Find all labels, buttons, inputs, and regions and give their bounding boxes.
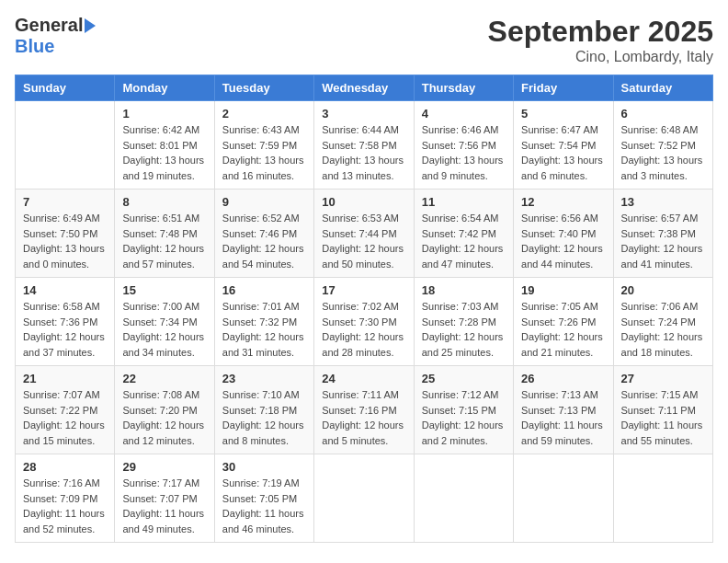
calendar-cell: 21Sunrise: 7:07 AM Sunset: 7:22 PM Dayli… bbox=[16, 366, 115, 454]
page-title: September 2025 bbox=[488, 15, 713, 49]
calendar-cell bbox=[514, 454, 613, 543]
day-number: 8 bbox=[122, 195, 206, 209]
calendar-cell bbox=[16, 101, 115, 190]
day-number: 22 bbox=[122, 372, 206, 385]
day-number: 26 bbox=[521, 372, 605, 385]
weekday-header: Wednesday bbox=[314, 75, 414, 101]
calendar-cell: 18Sunrise: 7:03 AM Sunset: 7:28 PM Dayli… bbox=[414, 278, 513, 366]
day-info: Sunrise: 7:12 AM Sunset: 7:15 PM Dayligh… bbox=[422, 387, 506, 448]
day-number: 3 bbox=[322, 107, 405, 121]
day-info: Sunrise: 7:17 AM Sunset: 7:07 PM Dayligh… bbox=[122, 476, 206, 536]
weekday-header: Monday bbox=[115, 75, 214, 101]
weekday-header: Tuesday bbox=[214, 75, 313, 101]
day-info: Sunrise: 7:16 AM Sunset: 7:09 PM Dayligh… bbox=[23, 476, 107, 536]
calendar-cell: 6Sunrise: 6:48 AM Sunset: 7:52 PM Daylig… bbox=[613, 101, 712, 190]
day-number: 7 bbox=[23, 195, 107, 209]
day-info: Sunrise: 6:43 AM Sunset: 7:59 PM Dayligh… bbox=[222, 122, 306, 183]
day-info: Sunrise: 7:15 AM Sunset: 7:11 PM Dayligh… bbox=[621, 387, 705, 448]
day-info: Sunrise: 6:53 AM Sunset: 7:44 PM Dayligh… bbox=[322, 211, 405, 271]
calendar-cell: 16Sunrise: 7:01 AM Sunset: 7:32 PM Dayli… bbox=[214, 278, 313, 366]
day-info: Sunrise: 6:42 AM Sunset: 8:01 PM Dayligh… bbox=[122, 122, 206, 183]
calendar-cell: 22Sunrise: 7:08 AM Sunset: 7:20 PM Dayli… bbox=[115, 366, 214, 454]
day-info: Sunrise: 6:49 AM Sunset: 7:50 PM Dayligh… bbox=[23, 211, 107, 271]
calendar-cell bbox=[613, 454, 712, 543]
calendar-cell: 28Sunrise: 7:16 AM Sunset: 7:09 PM Dayli… bbox=[16, 454, 115, 543]
weekday-header: Friday bbox=[514, 75, 613, 101]
day-info: Sunrise: 6:47 AM Sunset: 7:54 PM Dayligh… bbox=[521, 122, 605, 183]
day-number: 2 bbox=[222, 107, 306, 121]
day-number: 25 bbox=[422, 372, 506, 385]
day-info: Sunrise: 7:01 AM Sunset: 7:32 PM Dayligh… bbox=[222, 299, 306, 360]
day-number: 28 bbox=[23, 460, 107, 474]
calendar-cell: 15Sunrise: 7:00 AM Sunset: 7:34 PM Dayli… bbox=[115, 278, 214, 366]
calendar-cell: 4Sunrise: 6:46 AM Sunset: 7:56 PM Daylig… bbox=[414, 101, 513, 190]
calendar-cell: 10Sunrise: 6:53 AM Sunset: 7:44 PM Dayli… bbox=[314, 190, 414, 278]
calendar-cell: 29Sunrise: 7:17 AM Sunset: 7:07 PM Dayli… bbox=[115, 454, 214, 543]
day-number: 21 bbox=[23, 372, 107, 385]
day-number: 13 bbox=[621, 195, 705, 209]
calendar-table: SundayMondayTuesdayWednesdayThursdayFrid… bbox=[15, 75, 713, 543]
calendar-cell: 14Sunrise: 6:58 AM Sunset: 7:36 PM Dayli… bbox=[16, 278, 115, 366]
calendar-cell: 1Sunrise: 6:42 AM Sunset: 8:01 PM Daylig… bbox=[115, 101, 214, 190]
calendar-cell: 27Sunrise: 7:15 AM Sunset: 7:11 PM Dayli… bbox=[613, 366, 712, 454]
day-number: 4 bbox=[422, 107, 506, 121]
day-info: Sunrise: 6:54 AM Sunset: 7:42 PM Dayligh… bbox=[422, 211, 506, 271]
day-number: 27 bbox=[621, 372, 705, 385]
day-number: 18 bbox=[422, 283, 506, 297]
day-number: 16 bbox=[222, 283, 306, 297]
calendar-cell: 23Sunrise: 7:10 AM Sunset: 7:18 PM Dayli… bbox=[214, 366, 313, 454]
calendar-cell: 26Sunrise: 7:13 AM Sunset: 7:13 PM Dayli… bbox=[514, 366, 613, 454]
day-number: 11 bbox=[422, 195, 506, 209]
day-info: Sunrise: 7:08 AM Sunset: 7:20 PM Dayligh… bbox=[122, 387, 206, 448]
day-number: 6 bbox=[621, 107, 705, 121]
calendar-cell: 17Sunrise: 7:02 AM Sunset: 7:30 PM Dayli… bbox=[314, 278, 414, 366]
calendar-cell: 2Sunrise: 6:43 AM Sunset: 7:59 PM Daylig… bbox=[214, 101, 313, 190]
day-number: 29 bbox=[122, 460, 206, 474]
day-number: 1 bbox=[122, 107, 206, 121]
day-number: 12 bbox=[521, 195, 605, 209]
weekday-header: Saturday bbox=[613, 75, 712, 101]
calendar-cell: 12Sunrise: 6:56 AM Sunset: 7:40 PM Dayli… bbox=[514, 190, 613, 278]
day-number: 23 bbox=[222, 372, 306, 385]
calendar-cell: 9Sunrise: 6:52 AM Sunset: 7:46 PM Daylig… bbox=[214, 190, 313, 278]
day-number: 24 bbox=[322, 372, 405, 385]
day-info: Sunrise: 6:46 AM Sunset: 7:56 PM Dayligh… bbox=[422, 122, 506, 183]
calendar-cell: 3Sunrise: 6:44 AM Sunset: 7:58 PM Daylig… bbox=[314, 101, 414, 190]
day-info: Sunrise: 6:51 AM Sunset: 7:48 PM Dayligh… bbox=[122, 211, 206, 271]
calendar-cell: 8Sunrise: 6:51 AM Sunset: 7:48 PM Daylig… bbox=[115, 190, 214, 278]
day-info: Sunrise: 6:52 AM Sunset: 7:46 PM Dayligh… bbox=[222, 211, 306, 271]
calendar-cell: 5Sunrise: 6:47 AM Sunset: 7:54 PM Daylig… bbox=[514, 101, 613, 190]
logo: General Blue bbox=[15, 15, 96, 57]
calendar-week-row: 14Sunrise: 6:58 AM Sunset: 7:36 PM Dayli… bbox=[16, 278, 713, 366]
logo-arrow-icon bbox=[85, 18, 96, 33]
day-info: Sunrise: 7:05 AM Sunset: 7:26 PM Dayligh… bbox=[521, 299, 605, 360]
day-info: Sunrise: 7:00 AM Sunset: 7:34 PM Dayligh… bbox=[122, 299, 206, 360]
calendar-cell: 7Sunrise: 6:49 AM Sunset: 7:50 PM Daylig… bbox=[16, 190, 115, 278]
day-info: Sunrise: 6:57 AM Sunset: 7:38 PM Dayligh… bbox=[621, 211, 705, 271]
calendar-cell bbox=[314, 454, 414, 543]
day-number: 5 bbox=[521, 107, 605, 121]
calendar-week-row: 1Sunrise: 6:42 AM Sunset: 8:01 PM Daylig… bbox=[16, 101, 713, 190]
day-info: Sunrise: 7:03 AM Sunset: 7:28 PM Dayligh… bbox=[422, 299, 506, 360]
day-info: Sunrise: 6:58 AM Sunset: 7:36 PM Dayligh… bbox=[23, 299, 107, 360]
day-info: Sunrise: 7:10 AM Sunset: 7:18 PM Dayligh… bbox=[222, 387, 306, 448]
calendar-cell: 25Sunrise: 7:12 AM Sunset: 7:15 PM Dayli… bbox=[414, 366, 513, 454]
calendar-cell bbox=[414, 454, 513, 543]
day-number: 30 bbox=[222, 460, 306, 474]
calendar-cell: 19Sunrise: 7:05 AM Sunset: 7:26 PM Dayli… bbox=[514, 278, 613, 366]
title-block: September 2025 Cino, Lombardy, Italy bbox=[488, 15, 713, 65]
calendar-week-row: 7Sunrise: 6:49 AM Sunset: 7:50 PM Daylig… bbox=[16, 190, 713, 278]
logo-blue-text: Blue bbox=[15, 36, 54, 57]
calendar-week-row: 21Sunrise: 7:07 AM Sunset: 7:22 PM Dayli… bbox=[16, 366, 713, 454]
calendar-header-row: SundayMondayTuesdayWednesdayThursdayFrid… bbox=[16, 75, 713, 101]
day-number: 15 bbox=[122, 283, 206, 297]
weekday-header: Sunday bbox=[16, 75, 115, 101]
calendar-cell: 24Sunrise: 7:11 AM Sunset: 7:16 PM Dayli… bbox=[314, 366, 414, 454]
day-number: 14 bbox=[23, 283, 107, 297]
calendar-cell: 11Sunrise: 6:54 AM Sunset: 7:42 PM Dayli… bbox=[414, 190, 513, 278]
calendar-cell: 13Sunrise: 6:57 AM Sunset: 7:38 PM Dayli… bbox=[613, 190, 712, 278]
day-number: 10 bbox=[322, 195, 405, 209]
page-subtitle: Cino, Lombardy, Italy bbox=[488, 49, 713, 65]
calendar-week-row: 28Sunrise: 7:16 AM Sunset: 7:09 PM Dayli… bbox=[16, 454, 713, 543]
day-info: Sunrise: 6:48 AM Sunset: 7:52 PM Dayligh… bbox=[621, 122, 705, 183]
